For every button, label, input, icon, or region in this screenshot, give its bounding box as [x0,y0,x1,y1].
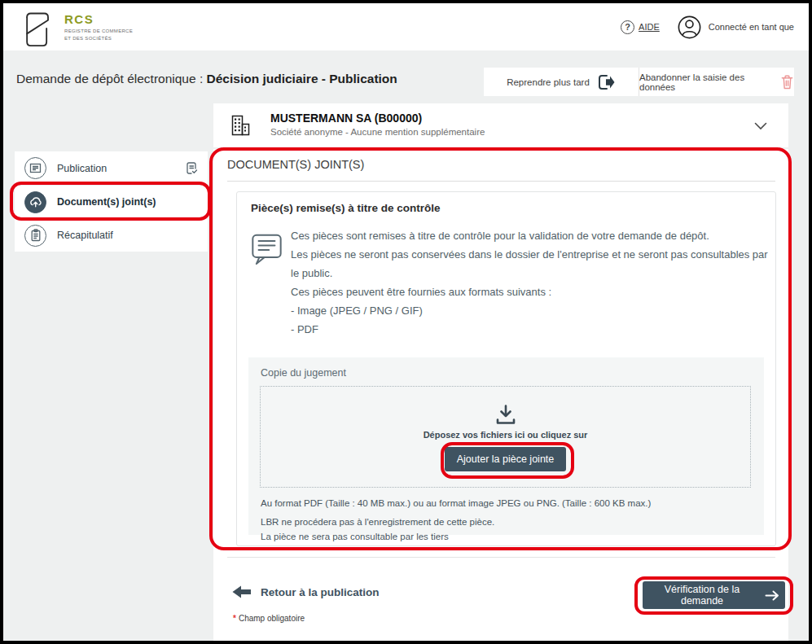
page-title: Demande de dépôt électronique : Décision… [16,72,397,86]
upload-note: Au format PDF (Taille : 40 MB max.) ou a… [261,496,651,511]
chevron-down-icon[interactable] [754,122,767,130]
upload-note: LBR ne procédera pas à l'enregistrement … [261,515,651,530]
cloud-upload-icon [24,191,46,213]
info-line: - Image (JPEG / PNG / GIF) [291,301,770,320]
section-divider [227,181,775,182]
company-subtitle: Société anonyme - Aucune mention supplém… [270,127,485,137]
info-text-block: Ces pièces sont remises à titre de contr… [291,226,770,339]
sidebar-item-documents-joints[interactable]: Document(s) joint(s) [15,185,208,218]
user-icon [676,14,703,41]
download-tray-icon [494,403,518,425]
sidebar-item-label: Récapitulatif [57,230,113,241]
question-mark-icon: ? [621,20,634,34]
upload-panel: Copie du jugement Déposez vos fichiers i… [248,357,764,535]
top-bar-right: ? AIDE Connecté en tant que [621,3,794,50]
next-button-label: Vérification de la demande [647,584,757,607]
abandon-button[interactable]: Abandonner la saisie des données [639,68,794,96]
logo-title: RCS [64,13,133,26]
info-line: - PDF [291,320,770,339]
info-line: Les pièces ne seront pas conservées dans… [291,245,770,283]
rcs-logo-icon [21,8,55,47]
verify-request-button[interactable]: Vérification de la demande [643,581,785,609]
trash-icon [780,74,794,90]
required-asterisk: * [233,614,236,623]
back-to-publication-link[interactable]: Retour à la publication [232,585,380,598]
footer-divider [227,557,775,558]
resume-later-button[interactable]: Reprendre plus tard [484,68,639,96]
sidebar-item-label: Publication [57,163,107,174]
arrow-left-icon [232,585,251,598]
exit-icon [596,73,616,91]
building-icon [228,113,252,138]
required-field-note: *Champ obligatoire [233,614,305,623]
sidebar-item-recapitulatif[interactable]: Récapitulatif [15,218,208,252]
back-link-label: Retour à la publication [261,586,380,598]
page: RCS REGISTRE DE COMMERCE ET DES SOCIÉTÉS… [3,3,809,641]
rcs-logo[interactable]: RCS REGISTRE DE COMMERCE ET DES SOCIÉTÉS [21,8,133,47]
sidebar: Publication Document(s) joint(s) [15,151,208,252]
help-link[interactable]: ? AIDE [621,20,660,34]
info-line: Ces pièces sont remises à titre de contr… [291,226,770,245]
add-attachment-button[interactable]: Ajouter la pièce jointe [445,447,567,471]
arrow-right-icon [765,590,780,601]
page-title-strong: Décision judiciaire - Publication [207,72,397,85]
main-panel: DOCUMENT(S) JOINT(S) Pièce(s) remise(s) … [213,149,788,641]
upload-note: La pièce ne sera pas consultable par les… [261,529,651,545]
comment-document-icon [248,231,286,267]
file-dropzone[interactable]: Déposez vos fichiers ici ou cliquez sur … [260,386,751,488]
sidebar-item-publication[interactable]: Publication [15,151,208,185]
newspaper-icon [24,157,46,179]
doc-check-icon [185,161,198,175]
rcs-logo-text: RCS REGISTRE DE COMMERCE ET DES SOCIÉTÉS [64,8,133,42]
dropzone-text: Déposez vos fichiers ici ou cliquez sur [424,430,588,440]
user-menu[interactable]: Connecté en tant que [676,14,794,41]
control-pieces-card: Pièce(s) remise(s) à titre de contrôle C… [236,191,776,546]
top-bar: RCS REGISTRE DE COMMERCE ET DES SOCIÉTÉS… [3,3,809,50]
upload-field-label: Copie du jugement [261,367,346,379]
info-line: Ces pièces peuvent être fournies aux for… [291,283,770,301]
logo-subtitle: REGISTRE DE COMMERCE ET DES SOCIÉTÉS [64,28,133,42]
company-name: MUSTERMANN SA (B00000) [270,112,422,125]
header-actions: Reprendre plus tard Abandonner la saisie… [484,68,794,96]
help-label: AIDE [639,22,660,32]
clipboard-icon [24,225,46,247]
section-title: DOCUMENT(S) JOINT(S) [227,158,364,171]
sidebar-item-label: Document(s) joint(s) [57,196,156,208]
connected-as-label: Connecté en tant que [709,22,794,32]
card-title: Pièce(s) remise(s) à titre de contrôle [251,202,441,214]
upload-notes: Au format PDF (Taille : 40 MB max.) ou a… [261,496,651,545]
company-header[interactable]: MUSTERMANN SA (B00000) Société anonyme -… [213,103,788,147]
